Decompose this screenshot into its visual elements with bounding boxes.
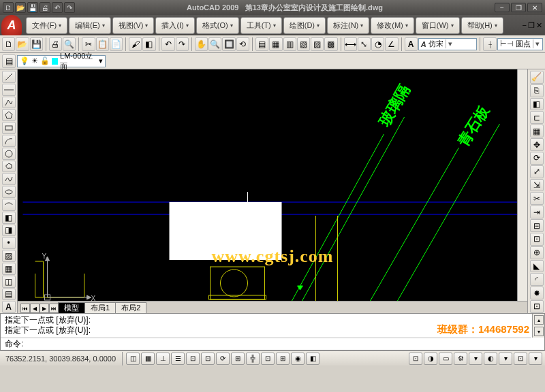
status-otrack[interactable]: ⊡ bbox=[201, 353, 215, 365]
command-scrollbar[interactable]: ▴ ▾ bbox=[532, 314, 544, 338]
menu-dimension[interactable]: 标注(N)▾ bbox=[327, 17, 369, 34]
close-button[interactable]: ✕ bbox=[527, 3, 542, 12]
status-osnap[interactable]: ⊡ bbox=[186, 353, 200, 365]
open-button[interactable]: 📂 bbox=[16, 37, 29, 51]
menu-format[interactable]: 格式(O)▾ bbox=[196, 17, 239, 34]
qat-plot[interactable]: 🖨 bbox=[40, 2, 50, 13]
quickcalc-button[interactable]: ▩ bbox=[324, 37, 337, 51]
save-button[interactable]: 💾 bbox=[30, 37, 43, 51]
vertical-scrollbar[interactable] bbox=[517, 69, 527, 301]
tab-model[interactable]: 模型 bbox=[58, 302, 85, 313]
circle-tool[interactable] bbox=[2, 148, 16, 160]
design-center-button[interactable]: ▦ bbox=[269, 37, 282, 51]
command-input-row[interactable]: 命令: bbox=[1, 338, 531, 350]
new-button[interactable]: 🗋 bbox=[2, 37, 15, 51]
tab-first[interactable]: ⏮ bbox=[20, 304, 30, 313]
qat-redo[interactable]: ↷ bbox=[64, 2, 75, 13]
qat-undo[interactable]: ↶ bbox=[52, 2, 63, 13]
line-tool[interactable] bbox=[2, 71, 16, 83]
zoom-window-button[interactable]: 🔲 bbox=[222, 37, 235, 51]
status-annotation-scale[interactable]: ⚙ bbox=[454, 353, 467, 365]
rotate-tool[interactable]: ⟳ bbox=[530, 152, 544, 165]
status-lwt[interactable]: ╬ bbox=[246, 353, 260, 365]
dim-style-combo[interactable]: ⊢⊣ 圆点▾ bbox=[497, 38, 543, 50]
mirror-tool[interactable]: ◧ bbox=[530, 98, 544, 111]
dim-angular-button[interactable]: ∠ bbox=[385, 37, 398, 51]
copy-button[interactable]: 📋 bbox=[96, 37, 109, 51]
tab-layout1[interactable]: 布局1 bbox=[84, 302, 116, 313]
undo-button[interactable]: ↶ bbox=[161, 37, 174, 51]
app-menu-button[interactable]: A bbox=[1, 15, 22, 35]
text-style-combo[interactable]: A 仿宋▾ bbox=[418, 38, 478, 50]
move-tool[interactable]: ✥ bbox=[530, 138, 544, 151]
erase-tool[interactable]: 🧹 bbox=[530, 71, 544, 84]
plot-preview-button[interactable]: 🔍 bbox=[63, 37, 76, 51]
join-tool[interactable]: ⊕ bbox=[530, 246, 544, 259]
mtext-tool[interactable]: A bbox=[2, 301, 16, 313]
zoom-realtime-button[interactable]: 🔍 bbox=[208, 37, 221, 51]
status-quickview-drawings[interactable]: ▭ bbox=[439, 353, 452, 365]
text-style-button[interactable]: A bbox=[405, 37, 418, 51]
status-model[interactable]: ⊞ bbox=[276, 353, 290, 365]
minimize-button[interactable]: − bbox=[495, 3, 510, 12]
scale-tool[interactable]: ⤢ bbox=[530, 165, 544, 178]
spline-tool[interactable] bbox=[2, 173, 16, 185]
qat-new[interactable]: 🗋 bbox=[3, 2, 14, 13]
status-snap[interactable]: ◫ bbox=[126, 353, 140, 365]
fillet-tool[interactable]: ◜ bbox=[530, 273, 544, 286]
doc-minimize[interactable]: − bbox=[523, 21, 527, 29]
layer-props-button[interactable]: ▤ bbox=[2, 54, 16, 68]
sheet-set-button[interactable]: ▧ bbox=[297, 37, 310, 51]
zoom-previous-button[interactable]: ⟲ bbox=[236, 37, 249, 51]
tab-next[interactable]: ▶ bbox=[40, 304, 49, 313]
menu-draw[interactable]: 绘图(D)▾ bbox=[283, 17, 326, 34]
markup-button[interactable]: ▨ bbox=[311, 37, 324, 51]
make-block-tool[interactable]: ◨ bbox=[2, 225, 16, 237]
status-qp[interactable]: ⊡ bbox=[261, 353, 275, 365]
paste-button[interactable]: 📄 bbox=[110, 37, 123, 51]
status-workspace[interactable]: ◐ bbox=[484, 353, 497, 365]
ellipse-arc-tool[interactable] bbox=[2, 199, 16, 211]
gradient-tool[interactable]: ▦ bbox=[2, 263, 16, 275]
explode-tool[interactable]: ✸ bbox=[530, 287, 544, 299]
layer-combo[interactable]: 💡 ☀ 🔓 LM-000立面 ▾ bbox=[17, 55, 106, 67]
array-tool[interactable]: ▦ bbox=[530, 125, 544, 137]
status-ducs[interactable]: ⟳ bbox=[216, 353, 230, 365]
extend-tool[interactable]: ⇥ bbox=[530, 206, 544, 218]
cmd-scroll-up[interactable]: ▴ bbox=[534, 315, 544, 325]
menu-edit[interactable]: 编辑(E)▾ bbox=[69, 17, 111, 34]
menu-window[interactable]: 窗口(W)▾ bbox=[416, 17, 460, 34]
menu-insert[interactable]: 插入(I)▾ bbox=[155, 17, 194, 34]
menu-tools[interactable]: 工具(T)▾ bbox=[240, 17, 282, 34]
qat-open[interactable]: 📂 bbox=[15, 2, 26, 13]
dim-style-button[interactable]: ⟊ bbox=[483, 37, 496, 51]
polygon-tool[interactable] bbox=[2, 109, 16, 121]
menu-modify[interactable]: 修改(M)▾ bbox=[371, 17, 414, 34]
maximize-button[interactable]: ❐ bbox=[511, 3, 526, 12]
tab-last[interactable]: ⏭ bbox=[49, 304, 59, 313]
menu-file[interactable]: 文件(F)▾ bbox=[26, 17, 67, 34]
insert-block-tool[interactable]: ◧ bbox=[2, 212, 16, 224]
status-lock[interactable]: ⊡ bbox=[514, 353, 527, 365]
cut-button[interactable]: ✂ bbox=[82, 37, 95, 51]
stretch-tool[interactable]: ⇲ bbox=[530, 179, 544, 192]
status-workspace-dd[interactable]: ▾ bbox=[499, 353, 512, 365]
polyline-tool[interactable] bbox=[2, 97, 16, 109]
dim-linear-button[interactable]: ⟷ bbox=[344, 37, 357, 51]
doc-close[interactable]: ✕ bbox=[536, 21, 542, 30]
status-polar[interactable]: ☰ bbox=[171, 353, 185, 365]
menu-view[interactable]: 视图(V)▾ bbox=[112, 17, 155, 34]
status-annotation-dd[interactable]: ▾ bbox=[469, 353, 482, 365]
menu-help[interactable]: 帮助(H)▾ bbox=[461, 17, 503, 34]
plot-button[interactable]: 🖨 bbox=[49, 37, 62, 51]
rectangle-tool[interactable] bbox=[2, 122, 16, 134]
cmd-scroll-down[interactable]: ▾ bbox=[534, 327, 544, 336]
status-modelspace[interactable]: ⊡ bbox=[409, 353, 422, 365]
revcloud-tool[interactable] bbox=[2, 161, 16, 173]
status-quickview-layouts[interactable]: ◑ bbox=[424, 353, 437, 365]
arc-tool[interactable] bbox=[2, 135, 16, 147]
qat-save[interactable]: 💾 bbox=[27, 2, 38, 13]
status-extra2[interactable]: ◧ bbox=[306, 353, 320, 365]
region-tool[interactable]: ◫ bbox=[2, 276, 16, 288]
status-ortho[interactable]: ⊥ bbox=[156, 353, 170, 365]
